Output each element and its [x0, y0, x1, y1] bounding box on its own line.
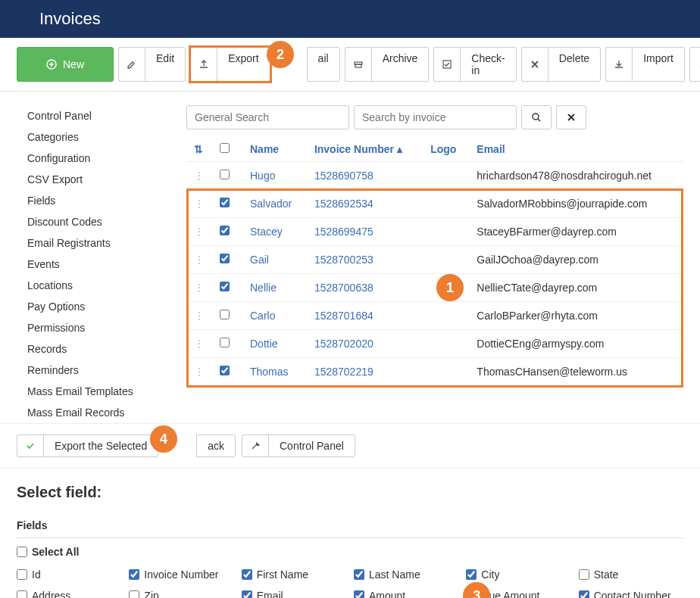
sidebar-item-permissions[interactable]: Permissions: [27, 317, 164, 338]
sidebar-item-email-registrants[interactable]: Email Registrants: [27, 232, 164, 254]
drag-icon[interactable]: ⋮: [194, 170, 205, 182]
field-checkbox[interactable]: [354, 590, 364, 598]
drag-icon[interactable]: ⋮: [194, 226, 205, 238]
control-panel-button[interactable]: Control P: [689, 47, 700, 82]
sidebar-item-configuration[interactable]: Configuration: [27, 148, 164, 169]
archive-button[interactable]: Archive: [345, 47, 430, 82]
field-checkbox[interactable]: [242, 569, 252, 580]
row-checkbox[interactable]: [220, 254, 230, 263]
field-item[interactable]: Address: [17, 590, 121, 598]
sidebar-item-records[interactable]: Records: [27, 338, 164, 360]
field-item[interactable]: Last Name: [354, 568, 458, 581]
sidebar-item-control-panel[interactable]: Control Panel: [27, 105, 164, 126]
select-all-field[interactable]: Select All: [17, 546, 683, 558]
field-checkbox[interactable]: [579, 569, 589, 580]
field-item[interactable]: Invoice Number: [129, 568, 233, 581]
row-name[interactable]: Thomas: [242, 358, 307, 386]
drag-icon[interactable]: ⋮: [194, 310, 205, 322]
sidebar-item-pay-options[interactable]: Pay Options: [27, 296, 164, 317]
table-row[interactable]: ⋮Nellie1528700638NellieCTate@dayrep.com: [186, 274, 683, 302]
field-item[interactable]: Email: [242, 590, 346, 598]
field-checkbox[interactable]: [242, 590, 252, 598]
drag-icon[interactable]: ⋮: [194, 198, 205, 210]
back-button[interactable]: ack: [196, 434, 236, 457]
table-row[interactable]: ⋮Dottie1528702020DottieCEng@armyspy.com: [186, 330, 683, 358]
invoice-search-input[interactable]: [354, 105, 517, 129]
row-checkbox[interactable]: [220, 170, 230, 179]
sidebar-item-csv-export[interactable]: CSV Export: [27, 169, 164, 190]
table-row[interactable]: ⋮Hugo1528690758hrichardson478@nosdrahcir…: [186, 162, 683, 190]
sidebar-item-locations[interactable]: Locations: [27, 275, 164, 296]
search-button[interactable]: [521, 105, 552, 129]
field-checkbox[interactable]: [129, 590, 139, 598]
email-button[interactable]: ail: [307, 47, 340, 82]
table-row[interactable]: ⋮Thomas1528702219ThomasCHansen@teleworm.…: [186, 358, 683, 386]
drag-icon[interactable]: ⋮: [194, 366, 205, 378]
sidebar-item-mass-email-records[interactable]: Mass Email Records: [27, 402, 164, 423]
row-name[interactable]: Hugo: [242, 162, 307, 190]
field-checkbox[interactable]: [354, 569, 364, 580]
export-button[interactable]: Export: [190, 47, 270, 82]
sidebar-item-mass-email-templates[interactable]: Mass Email Templates: [27, 381, 164, 402]
row-name[interactable]: Dottie: [242, 330, 307, 358]
row-invoice[interactable]: 1528692534: [307, 190, 423, 218]
table-row[interactable]: ⋮Gail1528700253GailJOchoa@dayrep.com: [186, 246, 683, 274]
select-all-fields-checkbox[interactable]: [17, 547, 27, 557]
field-item[interactable]: Amount: [354, 590, 458, 598]
new-button[interactable]: New: [17, 47, 114, 82]
row-invoice[interactable]: 1528690758: [307, 162, 423, 190]
row-name[interactable]: Stacey: [242, 218, 307, 246]
sidebar-item-reminders[interactable]: Reminders: [27, 360, 164, 381]
sidebar-item-fields[interactable]: Fields: [27, 190, 164, 211]
row-invoice[interactable]: 1528702020: [307, 330, 423, 358]
row-invoice[interactable]: 1528700253: [307, 246, 423, 274]
row-name[interactable]: Gail: [242, 246, 307, 274]
sidebar-item-categories[interactable]: Categories: [27, 126, 164, 148]
field-checkbox[interactable]: [129, 569, 139, 580]
field-item[interactable]: Contact Number: [579, 590, 683, 598]
sidebar-item-events[interactable]: Events: [27, 254, 164, 275]
delete-button[interactable]: Delete: [521, 47, 601, 82]
import-button[interactable]: Import: [605, 47, 685, 82]
table-row[interactable]: ⋮Stacey1528699475StaceyBFarmer@dayrep.co…: [186, 218, 683, 246]
row-name[interactable]: Nellie: [242, 274, 307, 302]
row-checkbox[interactable]: [220, 282, 230, 291]
field-checkbox[interactable]: [17, 569, 27, 580]
drag-icon[interactable]: ⋮: [194, 338, 205, 350]
edit-button[interactable]: Edit: [118, 47, 186, 82]
drag-icon[interactable]: ⋮: [194, 254, 205, 266]
drag-icon[interactable]: ⋮: [194, 282, 205, 294]
field-item[interactable]: Id: [17, 568, 121, 581]
field-checkbox[interactable]: [17, 590, 27, 598]
sidebar-item-discount-codes[interactable]: Discount Codes: [27, 211, 164, 232]
field-item[interactable]: Zip: [129, 590, 233, 598]
table-row[interactable]: ⋮Carlo1528701684CarloBParker@rhyta.com: [186, 302, 683, 330]
col-logo[interactable]: Logo: [423, 137, 469, 162]
row-name[interactable]: Carlo: [242, 302, 307, 330]
general-search-input[interactable]: [186, 105, 349, 129]
export-selected-button[interactable]: Export the Selected: [17, 434, 158, 457]
field-item[interactable]: State: [579, 568, 683, 581]
clear-search-button[interactable]: [556, 105, 586, 129]
row-checkbox[interactable]: [220, 198, 230, 207]
field-checkbox[interactable]: [579, 590, 589, 598]
select-all-checkbox[interactable]: [220, 143, 230, 153]
row-invoice[interactable]: 1528700638: [307, 274, 423, 302]
col-name[interactable]: Name: [242, 137, 307, 162]
row-checkbox[interactable]: [220, 226, 230, 235]
field-item[interactable]: City: [466, 568, 570, 581]
col-email[interactable]: Email: [469, 137, 683, 162]
row-checkbox[interactable]: [220, 338, 230, 347]
col-invoice[interactable]: Invoice Number ▴: [307, 137, 423, 162]
row-invoice[interactable]: 1528699475: [307, 218, 423, 246]
row-name[interactable]: Salvador: [242, 190, 307, 218]
row-checkbox[interactable]: [220, 366, 230, 375]
field-checkbox[interactable]: [466, 569, 477, 580]
control-panel-button-2[interactable]: Control Panel: [242, 434, 355, 457]
row-checkbox[interactable]: [220, 310, 230, 319]
row-invoice[interactable]: 1528702219: [307, 358, 423, 386]
table-row[interactable]: ⋮Salvador1528692534SalvadorMRobbins@jour…: [186, 190, 683, 218]
field-item[interactable]: First Name: [242, 568, 346, 581]
row-invoice[interactable]: 1528701684: [307, 302, 423, 330]
checkin-button[interactable]: Check-in: [433, 47, 516, 82]
